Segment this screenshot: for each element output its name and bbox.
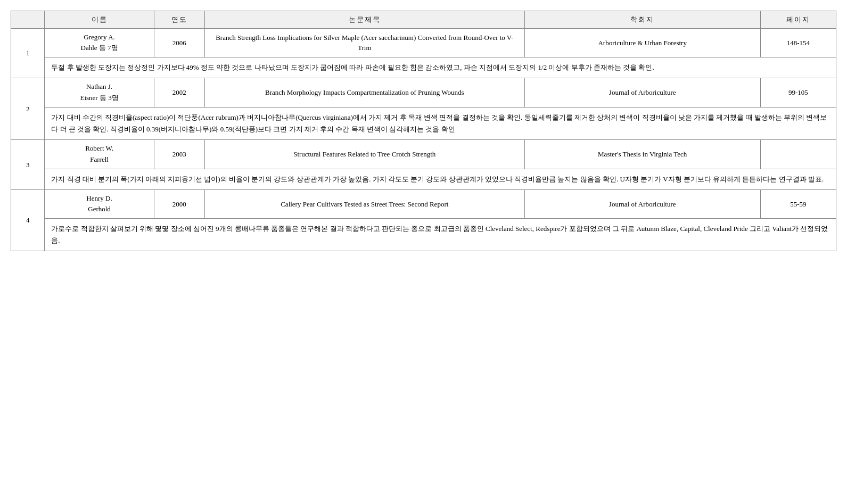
publication-year: 2003 <box>154 139 204 169</box>
author-name: Henry D. Gerhold <box>45 189 154 219</box>
header-page: 페이지 <box>760 11 836 29</box>
header-journal: 학회지 <box>524 11 760 29</box>
page-numbers: 99-105 <box>760 78 836 108</box>
paper-title: Callery Pear Cultivars Tested as Street … <box>204 189 524 219</box>
author-name: Gregory A. Dahle 등 7명 <box>45 28 154 57</box>
paper-summary: 두절 후 발생한 도장지는 정상정인 가지보다 49% 정도 약한 것으로 나타… <box>45 57 836 78</box>
header-title: 논문제목 <box>204 11 524 29</box>
journal-name: Master's Thesis in Virginia Tech <box>524 139 760 169</box>
publication-year: 2000 <box>154 189 204 219</box>
row-number: 2 <box>11 78 45 140</box>
author-name: Nathan J. Eisner 등 3명 <box>45 78 154 108</box>
page-numbers: 148-154 <box>760 28 836 57</box>
paper-title: Branch Strength Loss Implications for Si… <box>204 28 524 57</box>
paper-title: Branch Morphology Impacts Compartmentali… <box>204 78 524 108</box>
row-number: 1 <box>11 28 45 78</box>
row-number: 4 <box>11 189 45 251</box>
paper-summary: 가지 대비 수간의 직경비율(aspect ratio)이 적단풍(Acer r… <box>45 107 836 139</box>
paper-summary: 가지 직경 대비 분기의 폭(가지 아래의 지피융기선 넓이)의 비율이 분기의… <box>45 169 836 189</box>
journal-name: Journal of Arboriculture <box>524 189 760 219</box>
page-numbers <box>760 139 836 169</box>
author-name: Robert W. Farrell <box>45 139 154 169</box>
header-year: 연도 <box>154 11 204 29</box>
row-number: 3 <box>11 139 45 189</box>
paper-summary: 가로수로 적합한지 살펴보기 위해 몇몇 장소에 심어진 9개의 콩배나무류 품… <box>45 219 836 251</box>
paper-title: Structural Features Related to Tree Crot… <box>204 139 524 169</box>
publication-year: 2002 <box>154 78 204 108</box>
header-num <box>11 11 45 29</box>
header-name: 이름 <box>45 11 154 29</box>
publication-year: 2006 <box>154 28 204 57</box>
journal-name: Arboriculture & Urban Forestry <box>524 28 760 57</box>
page-numbers: 55-59 <box>760 189 836 219</box>
journal-name: Journal of Arboriculture <box>524 78 760 108</box>
